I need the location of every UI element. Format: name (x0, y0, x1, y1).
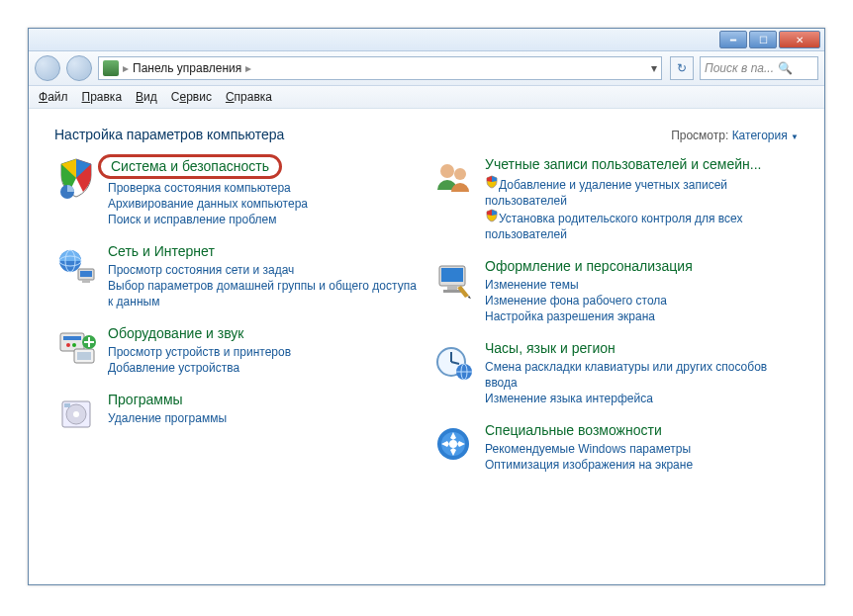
category-title[interactable]: Оборудование и звук (108, 325, 244, 343)
programs-icon (54, 392, 98, 435)
svg-point-19 (454, 168, 466, 180)
shield-icon (485, 209, 499, 222)
breadcrumb-separator: ▸ (245, 61, 251, 75)
category-programs: ПрограммыУдаление программы (54, 392, 422, 435)
category-hardware: Оборудование и звукПросмотр устройств и … (54, 325, 422, 376)
clock-icon (431, 340, 475, 384)
back-button[interactable] (35, 55, 60, 81)
menu-file[interactable]: Файл (39, 90, 68, 104)
page-title: Настройка параметров компьютера (54, 127, 284, 142)
shield-icon (485, 175, 499, 189)
category-title[interactable]: Часы, язык и регион (485, 340, 616, 358)
category-sublink[interactable]: Оптимизация изображения на экране (485, 457, 799, 473)
category-sublink[interactable]: Проверка состояния компьютера (108, 180, 422, 196)
svg-point-10 (72, 343, 76, 347)
svg-point-16 (73, 411, 79, 417)
category-appearance: Оформление и персонализацияИзменение тем… (431, 258, 799, 324)
svg-rect-8 (63, 336, 81, 340)
users-icon (431, 156, 475, 200)
dropdown-icon[interactable]: ▾ (651, 61, 657, 75)
category-sublink[interactable]: Изменение языка интерфейса (485, 391, 799, 406)
shield-icon (54, 156, 98, 200)
navigation-bar: ▸ Панель управления ▸ ▾ ↻ Поиск в па... … (29, 51, 824, 86)
category-sublink[interactable]: Архивирование данных компьютера (108, 196, 422, 212)
svg-point-29 (449, 440, 457, 448)
highlight-ring: Система и безопасность (98, 154, 282, 179)
category-sublink[interactable]: Поиск и исправление проблем (108, 212, 422, 227)
forward-button[interactable] (66, 55, 92, 81)
category-sublink[interactable]: Настройка разрешения экрана (485, 308, 799, 324)
category-sublink[interactable]: Изменение темы (485, 277, 799, 293)
svg-rect-12 (77, 352, 91, 360)
svg-rect-21 (441, 268, 463, 282)
category-network: Сеть и ИнтернетПросмотр состояния сети и… (54, 243, 422, 309)
category-title[interactable]: Система и безопасность (111, 158, 269, 176)
category-sublink[interactable]: Просмотр состояния сети и задач (108, 262, 422, 278)
category-title[interactable]: Сеть и Интернет (108, 243, 215, 261)
category-clock: Часы, язык и регионСмена раскладки клави… (431, 340, 799, 406)
control-panel-icon (103, 60, 119, 76)
svg-rect-5 (80, 271, 92, 277)
menu-bar: Файл Правка Вид Сервис Справка (29, 86, 824, 109)
category-title[interactable]: Учетные записи пользователей и семейн... (485, 156, 761, 174)
svg-point-18 (440, 164, 454, 178)
address-bar[interactable]: ▸ Панель управления ▸ ▾ (98, 56, 662, 80)
category-sublink[interactable]: Установка родительского контроля для все… (485, 209, 799, 242)
svg-rect-22 (447, 286, 457, 290)
category-sublink[interactable]: Выбор параметров домашней группы и общег… (108, 278, 422, 309)
category-title[interactable]: Программы (108, 392, 183, 409)
content-area: Настройка параметров компьютера Просмотр… (29, 109, 824, 587)
category-sublink[interactable]: Добавление и удаление учетных записей по… (485, 175, 799, 209)
title-bar: ━ ☐ ✕ (29, 29, 824, 51)
refresh-button[interactable]: ↻ (670, 56, 694, 80)
view-by: Просмотр: Категория ▼ (671, 129, 799, 142)
category-sublink[interactable]: Удаление программы (108, 410, 422, 426)
view-mode-dropdown[interactable]: Категория ▼ (732, 129, 799, 142)
menu-help[interactable]: Справка (226, 90, 272, 104)
category-sublink[interactable]: Рекомендуемые Windows параметры (485, 441, 799, 457)
search-placeholder: Поиск в па... (705, 61, 774, 75)
category-sublink[interactable]: Просмотр устройств и принтеров (108, 344, 422, 360)
menu-view[interactable]: Вид (136, 90, 157, 104)
menu-edit[interactable]: Правка (82, 90, 123, 104)
svg-rect-23 (443, 290, 461, 293)
category-title[interactable]: Специальные возможности (485, 422, 662, 440)
category-sublink[interactable]: Добавление устройства (108, 360, 422, 376)
svg-rect-6 (82, 280, 90, 283)
category-sublink[interactable]: Смена раскладки клавиатуры или других сп… (485, 359, 799, 391)
category-users: Учетные записи пользователей и семейн...… (431, 156, 799, 242)
search-input[interactable]: Поиск в па... 🔍 (700, 56, 818, 80)
category-sublink[interactable]: Изменение фона рабочего стола (485, 293, 799, 308)
svg-point-9 (66, 343, 70, 347)
breadcrumb-root[interactable]: Панель управления (133, 61, 241, 75)
network-icon (54, 243, 98, 287)
view-label: Просмотр: (671, 129, 728, 142)
svg-rect-7 (60, 333, 84, 351)
breadcrumb-separator: ▸ (123, 61, 129, 75)
category-ease: Специальные возможностиРекомендуемые Win… (431, 422, 799, 473)
maximize-button[interactable]: ☐ (749, 31, 777, 48)
appearance-icon (431, 258, 475, 302)
ease-icon (431, 422, 475, 466)
menu-tools[interactable]: Сервис (171, 90, 212, 104)
minimize-button[interactable]: ━ (719, 31, 747, 48)
hardware-icon (54, 325, 98, 369)
category-shield: Система и безопасностьПроверка состояния… (54, 156, 422, 227)
category-title[interactable]: Оформление и персонализация (485, 258, 693, 276)
search-icon: 🔍 (778, 61, 793, 75)
svg-rect-17 (64, 403, 70, 407)
close-button[interactable]: ✕ (779, 31, 820, 48)
